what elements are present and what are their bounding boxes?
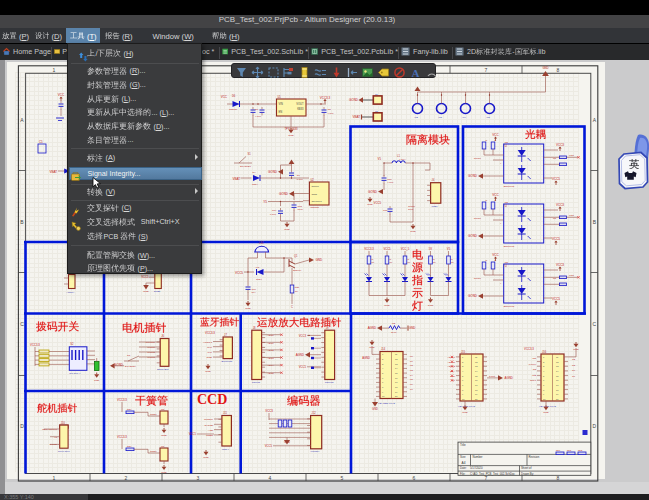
- svg-text:23001-B01: 23001-B01: [157, 368, 169, 371]
- svg-text:VCC: VCC: [492, 193, 499, 197]
- svg-text:D: D: [20, 423, 24, 429]
- svg-text:U8: U8: [161, 445, 165, 448]
- svg-text:VCC3.3: VCC3.3: [30, 343, 40, 347]
- svg-text:AGND: AGND: [368, 326, 376, 330]
- svg-text:date1: date1: [530, 379, 537, 382]
- svg-text:104: 104: [252, 291, 257, 294]
- svg-text:GND: GND: [543, 411, 549, 414]
- svg-text:EN: EN: [279, 110, 283, 114]
- svg-text:U5: U5: [505, 261, 509, 264]
- svg-text:VCC3: VCC3: [265, 409, 273, 413]
- svg-text:COM12: COM12: [325, 381, 334, 384]
- svg-text:C: C: [592, 321, 596, 327]
- svg-text:D6: D6: [232, 94, 236, 98]
- svg-text:VCC3: VCC3: [299, 334, 307, 338]
- svg-text:ADC3: ADC3: [267, 357, 274, 360]
- svg-text:Date:: Date:: [460, 466, 467, 470]
- svg-text:J1: J1: [375, 93, 378, 96]
- svg-text:GOND: GOND: [468, 294, 478, 298]
- svg-text:COM11: COM11: [252, 381, 261, 384]
- svg-text:VCC3: VCC3: [556, 143, 564, 147]
- svg-text:VCC3.3: VCC3.3: [117, 435, 127, 439]
- svg-text:Size: Size: [460, 455, 466, 459]
- svg-text:10uF: 10uF: [298, 208, 304, 211]
- svg-text:1N54: 1N54: [252, 183, 258, 186]
- svg-text:B: B: [593, 219, 597, 225]
- svg-text:J12: J12: [312, 411, 317, 415]
- svg-text:INPUT: INPUT: [311, 185, 319, 188]
- svg-text:R: R: [390, 258, 392, 260]
- svg-text:GND: GND: [367, 203, 373, 206]
- svg-text:GND: GND: [284, 228, 290, 231]
- svg-text:P2: P2: [410, 364, 414, 366]
- svg-text:PWM2: PWM2: [148, 351, 156, 354]
- svg-text:U: U: [505, 204, 507, 208]
- svg-text:5PIC6: 5PIC6: [474, 157, 482, 160]
- svg-text:A: A: [411, 67, 419, 79]
- svg-text:CS: CS: [533, 368, 537, 371]
- svg-text:VCC_5: VCC_5: [401, 247, 410, 251]
- svg-text:CCD-4: CCD-4: [222, 448, 230, 451]
- svg-text:V5: V5: [447, 247, 451, 251]
- svg-text:C: C: [20, 321, 24, 327]
- svg-text:C1: C1: [255, 108, 259, 111]
- svg-text:BCPU601: BCPU601: [504, 185, 515, 188]
- svg-text:out1: out1: [569, 154, 574, 157]
- svg-text:C3: C3: [328, 108, 332, 111]
- svg-text:V5: V5: [378, 157, 382, 161]
- svg-text:4.7uF: 4.7uF: [255, 115, 262, 118]
- svg-text:ADC2: ADC2: [267, 349, 274, 352]
- svg-text:5PIC6: 5PIC6: [474, 277, 482, 280]
- svg-text:servo-drive: servo-drive: [58, 450, 70, 453]
- svg-text:R: R: [486, 199, 488, 201]
- svg-text:PWM: PWM: [489, 375, 495, 378]
- svg-text:0.1uF: 0.1uF: [270, 213, 277, 216]
- svg-text:A: A: [20, 117, 24, 123]
- svg-text:R: R: [372, 258, 374, 260]
- svg-text:4: 4: [500, 222, 502, 224]
- svg-text:VCC5: VCC5: [235, 271, 243, 275]
- svg-text:Revision: Revision: [529, 455, 540, 459]
- svg-text:CRE1: CRE1: [150, 413, 157, 416]
- svg-text:RX0: RX0: [207, 346, 212, 349]
- svg-text:R: R: [451, 258, 453, 260]
- svg-text:AGND: AGND: [296, 353, 304, 357]
- svg-text:GND: GND: [316, 258, 324, 262]
- svg-text:GOND: GOND: [349, 98, 359, 102]
- svg-text:2N3904: 2N3904: [293, 269, 302, 272]
- svg-text:VBAT: VBAT: [352, 115, 360, 119]
- svg-text:GND: GND: [161, 434, 167, 437]
- svg-text:U2: U2: [310, 178, 314, 182]
- svg-text:VCC: VCC: [492, 253, 499, 257]
- svg-text:encoder: encoder: [311, 450, 320, 453]
- svg-text:1/PWM0: 1/PWM0: [145, 341, 155, 344]
- svg-text:Rst: Rst: [532, 357, 536, 360]
- svg-text:TX0: TX0: [207, 351, 212, 354]
- svg-text:CLTD06: CLTD06: [204, 418, 214, 421]
- svg-text:DLB5: DLB5: [154, 290, 161, 293]
- svg-text:VCC: VCC: [221, 95, 228, 99]
- svg-text:PWM1: PWM1: [148, 346, 156, 349]
- svg-text:L1: L1: [397, 154, 400, 158]
- svg-text:J15: J15: [461, 350, 466, 354]
- svg-text:3: 3: [197, 475, 200, 481]
- svg-text:VOUT: VOUT: [296, 102, 304, 106]
- svg-text:GND: GND: [143, 290, 149, 293]
- svg-text:GND: GND: [203, 456, 209, 459]
- svg-text:SW-SPST: SW-SPST: [125, 365, 136, 368]
- svg-text:GND: GND: [205, 370, 211, 373]
- svg-text:C2: C2: [572, 358, 576, 361]
- svg-text:1K: 1K: [433, 261, 436, 263]
- svg-text:VBAT: VBAT: [49, 170, 57, 174]
- svg-text:GOND: GOND: [114, 363, 124, 367]
- svg-text:U: U: [505, 264, 507, 268]
- svg-text:VCC3: VCC3: [556, 263, 564, 267]
- svg-text:VCC3.3: VCC3.3: [117, 398, 127, 402]
- svg-text:GND: GND: [288, 134, 294, 137]
- svg-text:AGND: AGND: [505, 376, 513, 380]
- svg-text:VCC5: VCC5: [141, 275, 149, 279]
- svg-text:D: D: [592, 423, 596, 429]
- svg-text:Drawn By:: Drawn By:: [521, 472, 534, 476]
- svg-text:ADC1: ADC1: [267, 342, 274, 345]
- svg-text:SI-CCD: SI-CCD: [204, 424, 213, 427]
